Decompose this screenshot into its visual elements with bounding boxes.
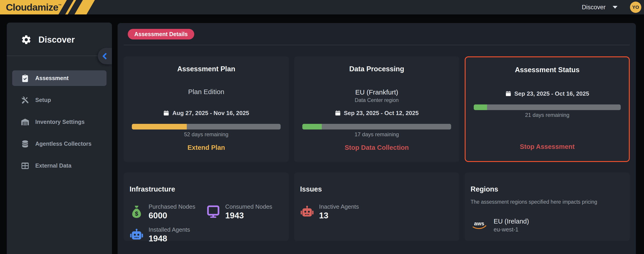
stat-label: Purchased Nodes	[148, 203, 195, 210]
warehouse-icon	[21, 118, 30, 126]
assessment-details-badge[interactable]: Assessment Details	[128, 29, 194, 39]
purchased-nodes-stat: $ Purchased Nodes 6000	[130, 203, 206, 220]
progress-bar	[474, 105, 621, 110]
progress-fill	[132, 124, 187, 129]
sidebar-divider	[7, 56, 112, 56]
stat-value: 6000	[148, 211, 195, 220]
chevron-left-icon	[101, 52, 109, 60]
monitor-icon	[206, 205, 220, 219]
app-switcher-label: Discover	[582, 4, 606, 11]
sidebar-item-label: External Data	[35, 162, 72, 169]
data-center-region-label: Data Center region	[294, 97, 459, 103]
svg-text:aws: aws	[474, 220, 484, 227]
robot-icon	[130, 228, 144, 242]
data-center-region: EU (Frankfurt)	[294, 88, 459, 96]
days-remaining: 21 days remaining	[466, 112, 629, 118]
card-title: Issues	[300, 185, 454, 193]
stat-label: Installed Agents	[148, 226, 190, 233]
progress-bar	[302, 124, 451, 129]
topbar: Cloudamize™ Discover YO	[0, 0, 644, 14]
stat-label: Consumed Nodes	[225, 203, 272, 210]
extend-plan-button[interactable]: Extend Plan	[124, 144, 289, 152]
date-range: Aug 27, 2025 - Nov 16, 2025	[124, 110, 289, 117]
region-item: aws EU (Ireland) eu-west-1	[470, 218, 624, 233]
region-code: eu-west-1	[494, 226, 529, 233]
database-icon	[21, 140, 30, 148]
avatar[interactable]: YO	[630, 1, 641, 13]
aws-logo-icon: aws	[470, 220, 488, 231]
date-range: Sep 23, 2025 - Oct 12, 2025	[294, 110, 459, 117]
installed-agents-stat: Installed Agents 1948	[130, 226, 206, 244]
sidebar-item-agentless-collectors[interactable]: Agentless Collectors	[12, 136, 106, 152]
sidebar: Discover Assessment Setup Inventory Sett…	[7, 22, 112, 254]
clipboard-check-icon	[21, 74, 30, 83]
sidebar-nav: Assessment Setup Inventory Settings Agen…	[7, 70, 112, 173]
date-range: Sep 23, 2025 - Oct 16, 2025	[466, 90, 629, 97]
days-remaining: 17 days remaining	[294, 131, 459, 137]
issues-card: Issues Inactive Agents 13	[294, 173, 459, 241]
days-remaining: 52 days remaining	[124, 131, 289, 137]
assessment-status-card: Assessment Status Sep 23, 2025 - Oct 16,…	[465, 56, 630, 162]
card-title: Assessment Plan	[124, 65, 289, 73]
region-name: EU (Ireland)	[494, 218, 529, 225]
card-title: Regions	[470, 185, 624, 193]
sidebar-item-label: Assessment	[35, 75, 68, 81]
stop-assessment-button[interactable]: Stop Assessment	[466, 143, 629, 151]
sidebar-header: Discover	[7, 22, 112, 45]
robot-alert-icon	[300, 205, 314, 219]
assessment-plan-card: Assessment Plan Plan Edition Aug 27, 202…	[124, 56, 289, 162]
app-switcher-dropdown[interactable]: Discover	[582, 4, 618, 11]
calendar-icon	[506, 91, 511, 97]
main-panel: Assessment Details Assessment Plan Plan …	[118, 23, 636, 254]
sidebar-item-label: Agentless Collectors	[35, 140, 92, 147]
progress-fill	[302, 124, 322, 129]
logo-text: Cloudamize™	[6, 2, 62, 13]
collapse-sidebar-button[interactable]	[98, 48, 112, 64]
stat-label: Inactive Agents	[319, 203, 359, 210]
sidebar-item-external-data[interactable]: External Data	[12, 158, 106, 173]
sidebar-item-inventory-settings[interactable]: Inventory Settings	[12, 114, 106, 130]
gear-icon	[21, 34, 32, 45]
consumed-nodes-stat: Consumed Nodes 1943	[206, 203, 283, 220]
progress-bar	[132, 124, 280, 129]
card-title: Data Processing	[294, 65, 459, 73]
stat-value: 1943	[225, 211, 272, 220]
data-processing-card: Data Processing EU (Frankfurt) Data Cent…	[294, 56, 459, 162]
sidebar-item-setup[interactable]: Setup	[12, 92, 106, 108]
stop-data-collection-button[interactable]: Stop Data Collection	[294, 144, 459, 152]
sidebar-item-label: Setup	[35, 97, 51, 103]
stat-value: 1948	[148, 234, 190, 244]
money-bag-icon: $	[130, 205, 144, 219]
sidebar-item-assessment[interactable]: Assessment	[12, 70, 106, 86]
svg-text:$: $	[135, 211, 138, 217]
card-title: Infrastructure	[130, 185, 283, 193]
calendar-icon	[335, 110, 341, 116]
progress-fill	[474, 105, 487, 110]
regions-subtitle: The assessment regions specified here im…	[470, 199, 624, 205]
sidebar-title: Discover	[38, 35, 75, 45]
calendar-icon	[163, 110, 169, 116]
card-title: Assessment Status	[466, 66, 629, 74]
cloudamize-logo[interactable]: Cloudamize™	[0, 0, 100, 14]
inactive-agents-stat: Inactive Agents 13	[300, 203, 377, 220]
infrastructure-card: Infrastructure $ Purchased Nodes 6000 Co…	[124, 173, 289, 241]
tools-icon	[21, 96, 30, 105]
sidebar-item-label: Inventory Settings	[35, 119, 84, 125]
regions-card: Regions The assessment regions specified…	[465, 173, 630, 241]
stat-value: 13	[319, 211, 359, 220]
table-icon	[21, 161, 30, 170]
chevron-down-icon	[612, 6, 618, 8]
panel-divider	[124, 45, 630, 45]
plan-edition-label: Plan Edition	[124, 88, 289, 96]
